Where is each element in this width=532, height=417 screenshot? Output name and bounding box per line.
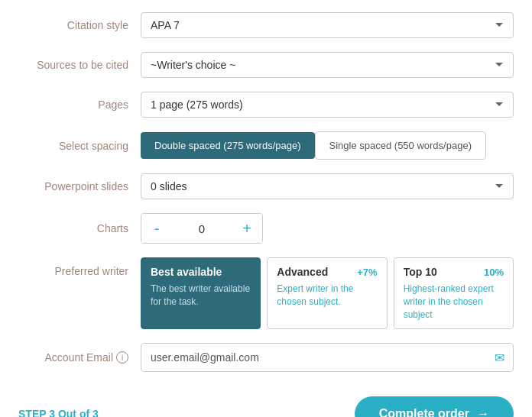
preferred-writer-label: Preferred writer xyxy=(18,257,141,277)
email-label: Account Email xyxy=(45,351,113,364)
writer-card-best[interactable]: Best available The best writer available… xyxy=(141,257,261,329)
powerpoint-control: 0 slides1 slide2 slides3 slides xyxy=(141,173,514,199)
spacing-control: Double spaced (275 words/page) Single sp… xyxy=(141,131,514,160)
spacing-row: Select spacing Double spaced (275 words/… xyxy=(18,131,514,160)
pages-select[interactable]: 1 page (275 words)2 pages (550 words)3 p… xyxy=(141,92,514,118)
arrow-icon: → xyxy=(477,407,489,417)
charts-label: Charts xyxy=(18,222,141,234)
sources-row: Sources to be cited ~Writer's choice ~01… xyxy=(18,52,514,78)
citation-style-select[interactable]: APA 7MLAChicagoHarvard xyxy=(141,12,514,38)
sources-label: Sources to be cited xyxy=(18,59,141,71)
powerpoint-row: Powerpoint slides 0 slides1 slide2 slide… xyxy=(18,173,514,199)
citation-style-label: Citation style xyxy=(18,19,141,31)
info-icon[interactable]: i xyxy=(116,351,128,364)
powerpoint-label: Powerpoint slides xyxy=(18,180,141,192)
complete-order-button[interactable]: Complete order → xyxy=(355,396,514,417)
email-input-wrap: ✉ xyxy=(141,343,514,372)
top10-badge: 10% xyxy=(484,267,504,278)
pages-control: 1 page (275 words)2 pages (550 words)3 p… xyxy=(141,92,514,118)
charts-control: - 0 + xyxy=(141,213,514,244)
charts-increment-button[interactable]: + xyxy=(232,214,262,243)
email-envelope-icon: ✉ xyxy=(495,351,504,365)
writer-card-best-desc: The best writer available for the task. xyxy=(151,283,251,309)
writer-card-advanced[interactable]: Advanced +7% Expert writer in the chosen… xyxy=(267,257,387,329)
writer-card-advanced-desc: Expert writer in the chosen subject. xyxy=(277,283,377,309)
powerpoint-select[interactable]: 0 slides1 slide2 slides3 slides xyxy=(141,173,514,199)
email-label-wrap: Account Email i xyxy=(18,351,141,364)
writer-card-top10[interactable]: Top 10 10% Highest-ranked expert writer … xyxy=(394,257,514,329)
charts-value: 0 xyxy=(172,222,232,235)
writer-options: Best available The best writer available… xyxy=(141,257,514,329)
writer-card-top10-title: Top 10 10% xyxy=(404,266,504,278)
citation-style-control: APA 7MLAChicagoHarvard xyxy=(141,12,514,38)
double-spaced-button[interactable]: Double spaced (275 words/page) xyxy=(141,132,315,159)
step-number: STEP 3 xyxy=(18,408,55,417)
complete-order-label: Complete order xyxy=(379,407,469,417)
preferred-writer-row: Preferred writer Best available The best… xyxy=(18,257,514,329)
email-input[interactable] xyxy=(141,343,514,372)
sources-control: ~Writer's choice ~01-56-10 xyxy=(141,52,514,78)
writer-card-advanced-title: Advanced +7% xyxy=(277,266,377,278)
pages-label: Pages xyxy=(18,99,141,111)
sources-select[interactable]: ~Writer's choice ~01-56-10 xyxy=(141,52,514,78)
citation-style-row: Citation style APA 7MLAChicagoHarvard xyxy=(18,12,514,38)
email-row: Account Email i ✉ xyxy=(18,343,514,372)
single-spaced-button[interactable]: Single spaced (550 words/page) xyxy=(315,131,486,160)
charts-counter: - 0 + xyxy=(141,213,263,244)
spacing-label: Select spacing xyxy=(18,140,141,152)
step-sub: Out of 3 xyxy=(58,408,99,417)
writer-card-best-title: Best available xyxy=(151,266,251,278)
pages-row: Pages 1 page (275 words)2 pages (550 wor… xyxy=(18,92,514,118)
charts-row: Charts - 0 + xyxy=(18,213,514,244)
charts-decrement-button[interactable]: - xyxy=(141,214,172,243)
advanced-badge: +7% xyxy=(357,267,377,278)
writer-card-top10-desc: Highest-ranked expert writer in the chos… xyxy=(404,283,504,321)
step-indicator: STEP 3 Out of 3 xyxy=(18,408,99,417)
footer: STEP 3 Out of 3 Complete order → xyxy=(18,390,514,417)
